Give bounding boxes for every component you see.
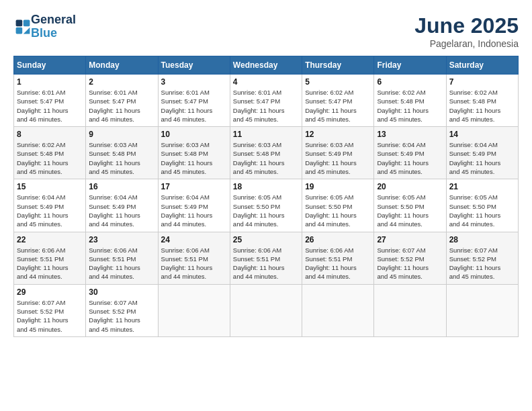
day-number: 3 [161,77,227,87]
weekday-header-thursday: Thursday [302,56,374,75]
day-number: 23 [89,235,154,244]
svg-marker-3 [24,28,30,34]
day-number: 25 [233,235,299,244]
svg-rect-2 [16,28,23,34]
day-number: 5 [305,77,371,87]
calendar-week-3: 15Sunrise: 6:04 AM Sunset: 5:49 PM Dayli… [14,179,519,232]
day-info: Sunrise: 6:05 AM Sunset: 5:50 PM Dayligh… [377,193,443,228]
day-number: 4 [233,77,299,87]
calendar-cell: 12Sunrise: 6:03 AM Sunset: 5:49 PM Dayli… [302,127,374,179]
calendar-cell [374,284,446,336]
calendar-cell: 21Sunrise: 6:05 AM Sunset: 5:50 PM Dayli… [446,179,518,232]
weekday-header-row: SundayMondayTuesdayWednesdayThursdayFrid… [14,56,519,75]
logo-text: GeneralBlue [31,13,76,40]
calendar-cell: 13Sunrise: 6:04 AM Sunset: 5:49 PM Dayli… [374,127,446,179]
day-info: Sunrise: 6:06 AM Sunset: 5:51 PM Dayligh… [305,246,371,281]
day-info: Sunrise: 6:04 AM Sunset: 5:49 PM Dayligh… [449,140,515,176]
day-info: Sunrise: 6:01 AM Sunset: 5:47 PM Dayligh… [233,88,299,124]
weekday-header-monday: Monday [86,56,158,75]
day-info: Sunrise: 6:06 AM Sunset: 5:51 PM Dayligh… [17,246,83,281]
day-number: 19 [305,182,371,191]
day-number: 1 [17,77,83,87]
day-info: Sunrise: 6:05 AM Sunset: 5:50 PM Dayligh… [449,193,515,228]
calendar-subtitle: Pagelaran, Indonesia [414,38,519,49]
calendar-cell: 30Sunrise: 6:07 AM Sunset: 5:52 PM Dayli… [86,284,158,336]
calendar-cell: 1Sunrise: 6:01 AM Sunset: 5:47 PM Daylig… [14,75,86,127]
day-info: Sunrise: 6:02 AM Sunset: 5:48 PM Dayligh… [17,140,83,176]
day-info: Sunrise: 6:01 AM Sunset: 5:47 PM Dayligh… [17,88,83,124]
day-info: Sunrise: 6:07 AM Sunset: 5:52 PM Dayligh… [17,298,83,334]
day-info: Sunrise: 6:04 AM Sunset: 5:49 PM Dayligh… [17,193,83,228]
day-info: Sunrise: 6:05 AM Sunset: 5:50 PM Dayligh… [305,193,371,228]
title-area: June 2025 Pagelaran, Indonesia [414,13,519,49]
day-number: 14 [449,130,515,139]
calendar-cell [446,284,518,336]
day-info: Sunrise: 6:04 AM Sunset: 5:49 PM Dayligh… [377,140,443,176]
calendar-cell: 20Sunrise: 6:05 AM Sunset: 5:50 PM Dayli… [374,179,446,232]
day-info: Sunrise: 6:02 AM Sunset: 5:48 PM Dayligh… [377,88,443,124]
calendar-cell: 10Sunrise: 6:03 AM Sunset: 5:48 PM Dayli… [158,127,230,179]
calendar-cell: 27Sunrise: 6:07 AM Sunset: 5:52 PM Dayli… [374,232,446,284]
day-info: Sunrise: 6:03 AM Sunset: 5:48 PM Dayligh… [161,140,227,176]
calendar-cell: 29Sunrise: 6:07 AM Sunset: 5:52 PM Dayli… [14,284,86,336]
day-number: 30 [89,287,154,297]
calendar-cell: 22Sunrise: 6:06 AM Sunset: 5:51 PM Dayli… [14,232,86,284]
day-info: Sunrise: 6:06 AM Sunset: 5:51 PM Dayligh… [233,246,299,281]
day-number: 13 [377,130,443,139]
day-number: 9 [89,130,154,139]
day-number: 16 [89,182,154,191]
day-number: 26 [305,235,371,244]
calendar-cell: 17Sunrise: 6:04 AM Sunset: 5:49 PM Dayli… [158,179,230,232]
day-info: Sunrise: 6:03 AM Sunset: 5:49 PM Dayligh… [305,140,371,176]
day-number: 24 [161,235,227,244]
day-number: 27 [377,235,443,244]
calendar-cell: 7Sunrise: 6:02 AM Sunset: 5:48 PM Daylig… [446,75,518,127]
calendar-week-2: 8Sunrise: 6:02 AM Sunset: 5:48 PM Daylig… [14,127,519,179]
logo: GeneralBlue [13,13,76,40]
day-number: 12 [305,130,371,139]
calendar-cell: 23Sunrise: 6:06 AM Sunset: 5:51 PM Dayli… [86,232,158,284]
calendar-cell: 6Sunrise: 6:02 AM Sunset: 5:48 PM Daylig… [374,75,446,127]
logo-icon [15,19,31,35]
day-number: 2 [89,77,154,87]
svg-rect-0 [16,19,23,26]
day-number: 7 [449,77,515,87]
day-number: 29 [17,287,83,297]
page-header: GeneralBlue June 2025 Pagelaran, Indones… [13,13,519,49]
day-number: 22 [17,235,83,244]
calendar-cell: 14Sunrise: 6:04 AM Sunset: 5:49 PM Dayli… [446,127,518,179]
calendar-week-1: 1Sunrise: 6:01 AM Sunset: 5:47 PM Daylig… [14,75,519,127]
day-info: Sunrise: 6:01 AM Sunset: 5:47 PM Dayligh… [161,88,227,124]
day-number: 8 [17,130,83,139]
weekday-header-friday: Friday [374,56,446,75]
day-info: Sunrise: 6:02 AM Sunset: 5:48 PM Dayligh… [449,88,515,124]
calendar-week-4: 22Sunrise: 6:06 AM Sunset: 5:51 PM Dayli… [14,232,519,284]
calendar-cell: 25Sunrise: 6:06 AM Sunset: 5:51 PM Dayli… [230,232,302,284]
weekday-header-sunday: Sunday [14,56,86,75]
day-info: Sunrise: 6:03 AM Sunset: 5:48 PM Dayligh… [89,140,154,176]
calendar-cell: 15Sunrise: 6:04 AM Sunset: 5:49 PM Dayli… [14,179,86,232]
day-number: 20 [377,182,443,191]
day-info: Sunrise: 6:01 AM Sunset: 5:47 PM Dayligh… [89,88,154,124]
calendar-cell: 9Sunrise: 6:03 AM Sunset: 5:48 PM Daylig… [86,127,158,179]
day-info: Sunrise: 6:02 AM Sunset: 5:47 PM Dayligh… [305,88,371,124]
calendar-cell: 26Sunrise: 6:06 AM Sunset: 5:51 PM Dayli… [302,232,374,284]
calendar-table: SundayMondayTuesdayWednesdayThursdayFrid… [13,56,519,337]
day-info: Sunrise: 6:07 AM Sunset: 5:52 PM Dayligh… [449,246,515,281]
calendar-cell: 3Sunrise: 6:01 AM Sunset: 5:47 PM Daylig… [158,75,230,127]
day-number: 10 [161,130,227,139]
calendar-cell: 2Sunrise: 6:01 AM Sunset: 5:47 PM Daylig… [86,75,158,127]
calendar-cell [230,284,302,336]
calendar-cell [158,284,230,336]
svg-rect-1 [24,19,30,26]
day-number: 28 [449,235,515,244]
day-number: 6 [377,77,443,87]
calendar-cell: 5Sunrise: 6:02 AM Sunset: 5:47 PM Daylig… [302,75,374,127]
day-number: 15 [17,182,83,191]
day-info: Sunrise: 6:06 AM Sunset: 5:51 PM Dayligh… [89,246,154,281]
calendar-title: June 2025 [414,13,519,38]
calendar-cell [302,284,374,336]
calendar-cell: 18Sunrise: 6:05 AM Sunset: 5:50 PM Dayli… [230,179,302,232]
weekday-header-tuesday: Tuesday [158,56,230,75]
day-number: 21 [449,182,515,191]
